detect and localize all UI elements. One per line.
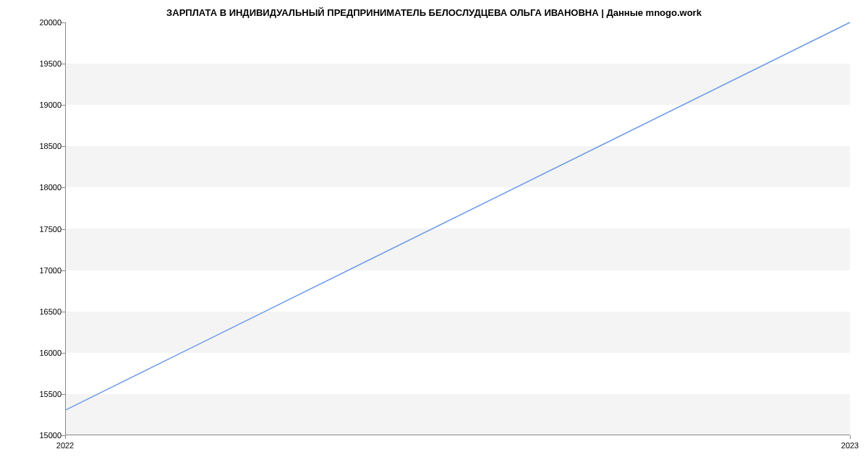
y-tick-label: 19500 [25, 59, 61, 68]
y-tick-mark [61, 229, 65, 230]
y-tick-mark [61, 64, 65, 64]
y-tick-label: 16500 [25, 307, 61, 316]
y-tick-label: 15000 [25, 431, 61, 440]
y-tick-label: 16000 [25, 349, 61, 357]
y-tick-label: 20000 [25, 18, 61, 27]
svg-line-0 [66, 22, 850, 410]
chart-line [66, 22, 850, 435]
y-tick-label: 19000 [25, 101, 61, 109]
y-tick-mark [61, 146, 65, 147]
y-tick-mark [61, 105, 65, 106]
chart-title: ЗАРПЛАТА В ИНДИВИДУАЛЬНЫЙ ПРЕДПРИНИМАТЕЛ… [0, 7, 868, 18]
plot-area [65, 22, 850, 435]
x-tick-label: 2023 [841, 441, 859, 450]
y-tick-label: 17500 [25, 225, 61, 234]
x-tick-label: 2022 [56, 441, 74, 450]
y-tick-mark [61, 394, 65, 395]
x-tick-mark [850, 435, 851, 439]
x-tick-mark [65, 435, 66, 439]
y-tick-mark [61, 312, 65, 312]
y-tick-mark [61, 353, 65, 354]
y-tick-mark [61, 22, 65, 23]
y-tick-mark [61, 270, 65, 271]
y-tick-label: 15500 [25, 390, 61, 398]
y-tick-mark [61, 187, 65, 188]
y-tick-label: 18500 [25, 142, 61, 150]
y-tick-label: 18000 [25, 183, 61, 192]
y-tick-label: 17000 [25, 266, 61, 275]
